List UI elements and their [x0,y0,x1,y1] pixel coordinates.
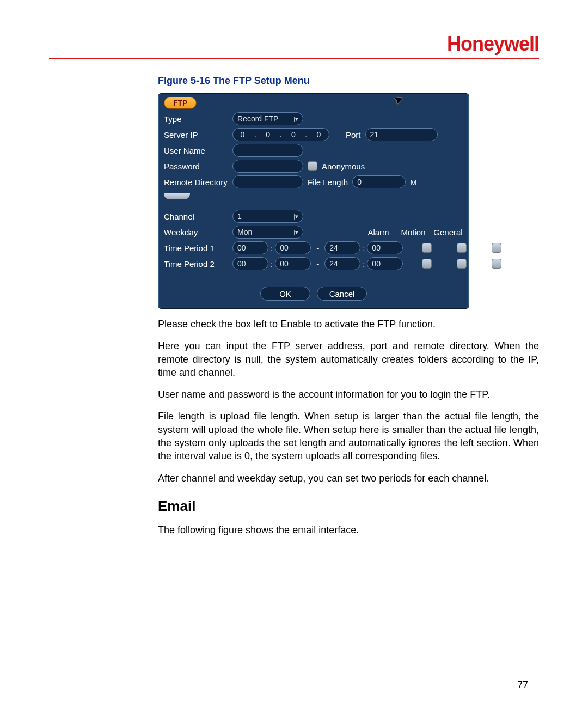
password-field[interactable] [232,160,303,173]
ip-octet-2: 0 [263,130,274,139]
colon-icon: : [271,243,273,253]
weekday-dropdown[interactable]: Mon |▾ [232,226,303,239]
label-motion: Motion [398,228,428,237]
dash-icon: - [316,243,319,253]
tp2-start-min-value: 00 [280,259,289,268]
label-time-period-1: Time Period 1 [164,243,228,253]
tp2-end-min[interactable]: 00 [367,257,403,270]
tp1-end-hour-value: 24 [329,243,338,252]
tp1-alarm-checkbox[interactable] [422,243,432,253]
port-value: 21 [370,130,379,139]
ip-octet-1: 0 [237,130,248,139]
ip-octet-4: 0 [314,130,324,139]
type-value: Record FTP [237,114,278,123]
user-name-field[interactable] [232,144,303,157]
tp1-end-min[interactable]: 00 [367,241,403,254]
tab-ftp[interactable]: FTP [164,97,197,109]
section-toggle-handle[interactable] [164,193,190,199]
tp2-start-hour[interactable]: 00 [232,257,268,270]
ok-button[interactable]: OK [260,287,310,301]
label-anonymous: Anonymous [322,162,365,171]
colon-icon: : [363,243,365,253]
port-field[interactable]: 21 [365,128,438,141]
chevron-down-icon: |▾ [293,229,298,236]
chevron-down-icon: |▾ [293,213,298,220]
page-number: 77 [517,680,528,691]
tp1-motion-checkbox[interactable] [457,243,467,253]
email-heading: Email [158,498,539,515]
tp2-end-hour[interactable]: 24 [324,257,360,270]
body-paragraph-2: Here you can input the FTP server addres… [158,339,539,379]
tp1-start-min-value: 00 [280,243,289,252]
colon-icon: : [363,259,365,269]
tp1-start-hour[interactable]: 00 [232,241,268,254]
chevron-down-icon: |▾ [293,115,298,123]
tp1-general-checkbox[interactable] [492,243,501,253]
server-ip-field[interactable]: 0. 0. 0. 0 [232,128,329,141]
tp1-end-hour[interactable]: 24 [324,241,360,254]
label-channel: Channel [164,212,228,221]
tp2-alarm-checkbox[interactable] [422,259,432,269]
label-weekday: Weekday [164,228,228,237]
tp1-end-min-value: 00 [372,243,381,252]
ftp-setup-panel: ➤ FTP Type Record FTP |▾ Server IP 0. 0.… [158,93,469,309]
label-general: General [433,228,463,237]
weekday-value: Mon [237,228,252,236]
brand-logo-text: Honeywell [49,33,539,56]
label-file-length-unit: M [410,178,417,187]
label-server-ip: Server IP [164,130,228,139]
channel-dropdown[interactable]: 1 |▾ [232,210,303,223]
label-remote-directory: Remote Directory [164,178,228,187]
tp2-end-hour-value: 24 [329,259,338,268]
type-dropdown[interactable]: Record FTP |▾ [232,112,303,125]
label-time-period-2: Time Period 2 [164,259,228,269]
figure-caption: Figure 5-16 The FTP Setup Menu [158,75,539,87]
colon-icon: : [271,259,273,269]
tp2-end-min-value: 00 [372,259,381,268]
label-alarm: Alarm [363,228,394,237]
header-rule [49,58,539,59]
file-length-value: 0 [357,178,362,186]
anonymous-checkbox[interactable] [308,161,317,171]
body-paragraph-1: Please check the box left to Enable to a… [158,318,539,331]
dash-icon: - [316,259,319,269]
body-paragraph-5: After channel and weekday setup, you can… [158,472,539,485]
tp1-start-hour-value: 00 [237,243,246,252]
tp2-general-checkbox[interactable] [492,259,501,269]
remote-directory-field[interactable] [232,175,303,188]
tp2-start-min[interactable]: 00 [275,257,311,270]
channel-value: 1 [237,212,242,221]
cancel-button[interactable]: Cancel [317,287,367,301]
body-paragraph-6: The following figure shows the email int… [158,523,539,537]
file-length-field[interactable]: 0 [352,175,406,188]
tab-bar-rest [200,100,463,106]
body-paragraph-4: File length is upload file length. When … [158,410,539,462]
body-paragraph-3: User name and password is the account in… [158,388,539,401]
tp2-motion-checkbox[interactable] [457,259,467,269]
label-user-name: User Name [164,146,228,155]
section-divider [164,205,463,205]
tp1-start-min[interactable]: 00 [275,241,311,254]
label-file-length: File Length [308,178,348,187]
ip-octet-3: 0 [288,130,299,139]
label-type: Type [164,114,228,124]
label-port: Port [346,130,361,139]
tp2-start-hour-value: 00 [237,259,246,268]
label-password: Password [164,162,228,171]
